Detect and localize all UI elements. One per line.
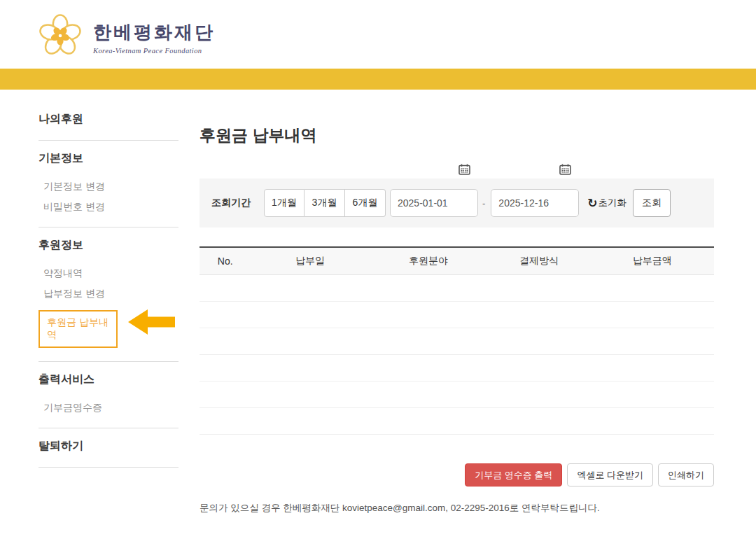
calendar-icon[interactable] [559, 164, 571, 175]
table-row-empty [200, 355, 714, 382]
accent-bar [0, 69, 756, 90]
main-panel: 후원금 납부내역 [178, 111, 714, 514]
payment-history-table: No. 납부일 후원분야 결제방식 납부금액 [200, 246, 714, 435]
reset-control[interactable]: ↻ 초기화 [587, 197, 626, 209]
print-button[interactable]: 인쇄하기 [658, 463, 714, 486]
date-to-input[interactable] [491, 189, 579, 217]
sidebar-item-donation-payment-history[interactable]: 후원금 납부내역 [38, 310, 118, 348]
download-excel-button[interactable]: 엑셀로 다운받기 [567, 463, 653, 486]
column-header-no: No. [200, 247, 251, 275]
logo-korean-name: 한베평화재단 [93, 20, 215, 45]
date-from-input[interactable] [390, 189, 478, 217]
sidebar-item-change-payment-info[interactable]: 납부정보 변경 [43, 288, 178, 300]
sidebar-section-print-service: 출력서비스 기부금영수증 [38, 362, 178, 428]
action-buttons: 기부금 영수증 출력 엑셀로 다운받기 인쇄하기 [200, 463, 714, 486]
sidebar-item-my-support[interactable]: 나의후원 [38, 112, 178, 127]
table-row-empty [200, 328, 714, 355]
contact-note: 문의가 있으실 경우 한베평화재단 kovietpeace@gmail.com,… [200, 502, 714, 514]
sidebar-item-print-service[interactable]: 출력서비스 [38, 372, 178, 387]
sidebar-item-pledge-history[interactable]: 약정내역 [43, 267, 178, 280]
table-body [200, 275, 714, 435]
table-row-empty [200, 408, 714, 435]
sidebar-item-basic-info[interactable]: 기본정보 [38, 151, 178, 166]
table-row-empty [200, 275, 714, 302]
sidebar-section-withdraw: 탈퇴하기 [38, 428, 178, 468]
calendar-icon[interactable] [458, 164, 470, 175]
column-header-payment-amount: 납부금액 [591, 247, 714, 275]
sidebar-item-support-info[interactable]: 후원정보 [38, 238, 178, 253]
site-header: 한베평화재단 Korea-Vietnam Peace Foundation [0, 0, 756, 69]
foundation-logo-flower-icon [38, 14, 82, 60]
filter-box: 조회기간 1개월 3개월 6개월 - ↻ 초기화 조회 [200, 178, 714, 227]
table-row-empty [200, 382, 714, 408]
period-button-group: 1개월 3개월 6개월 [264, 189, 386, 217]
sidebar-item-change-basic-info[interactable]: 기본정보 변경 [43, 181, 178, 193]
sidebar: 나의후원 기본정보 기본정보 변경 비밀번호 변경 후원정보 약정내역 납부정보… [38, 111, 178, 514]
period-1month-button[interactable]: 1개월 [264, 189, 304, 217]
foundation-logo[interactable]: 한베평화재단 Korea-Vietnam Peace Foundation [38, 14, 756, 60]
filter-label: 조회기간 [211, 197, 251, 209]
period-6month-button[interactable]: 6개월 [345, 189, 386, 217]
period-3month-button[interactable]: 3개월 [304, 189, 345, 217]
sidebar-section-basic-info: 기본정보 기본정보 변경 비밀번호 변경 [38, 141, 178, 227]
table-header-row: No. 납부일 후원분야 결제방식 납부금액 [200, 247, 714, 275]
sidebar-item-withdraw[interactable]: 탈퇴하기 [38, 439, 178, 454]
column-header-payment-method: 결제방식 [488, 247, 591, 275]
date-range-separator: - [482, 198, 485, 209]
search-button[interactable]: 조회 [633, 189, 671, 217]
filter-area: 조회기간 1개월 3개월 6개월 - ↻ 초기화 조회 [200, 178, 714, 227]
column-header-payment-date: 납부일 [251, 247, 370, 275]
sidebar-item-change-password[interactable]: 비밀번호 변경 [43, 201, 178, 214]
logo-english-name: Korea-Vietnam Peace Foundation [93, 47, 215, 55]
reset-label: 초기화 [598, 197, 627, 209]
content: 나의후원 기본정보 기본정보 변경 비밀번호 변경 후원정보 약정내역 납부정보… [0, 69, 756, 514]
print-donation-receipt-button[interactable]: 기부금 영수증 출력 [465, 463, 562, 486]
highlight-arrow-icon [128, 309, 175, 335]
sidebar-section-support-info: 후원정보 약정내역 납부정보 변경 후원금 납부내역 [38, 227, 178, 362]
sidebar-section-my-support: 나의후원 [38, 111, 178, 141]
sidebar-item-donation-receipt[interactable]: 기부금영수증 [43, 402, 178, 414]
table-row-empty [200, 302, 714, 328]
column-header-support-field: 후원분야 [370, 247, 488, 275]
refresh-icon: ↻ [587, 197, 597, 209]
active-item-label: 후원금 납부내역 [47, 316, 108, 340]
page-title: 후원금 납부내역 [200, 125, 714, 146]
